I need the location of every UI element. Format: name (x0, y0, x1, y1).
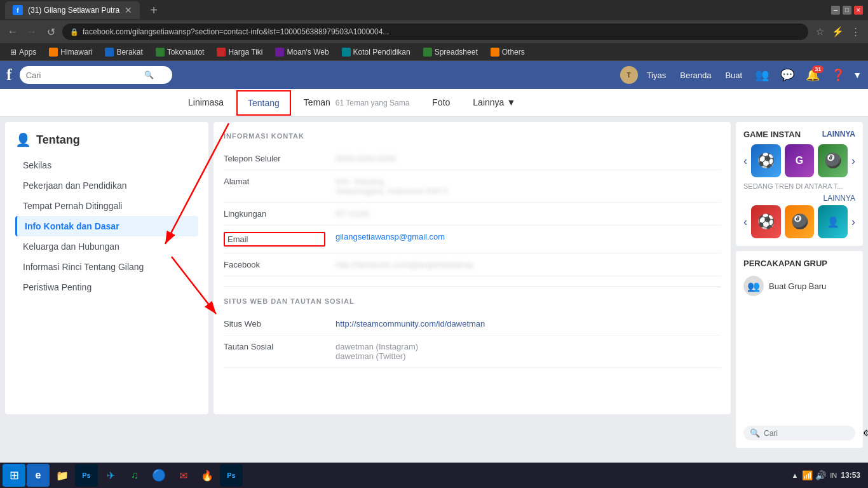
sidebar-item-info-kontak[interactable]: Info Kontak dan Dasar (15, 216, 198, 236)
facebook-search-box[interactable]: 🔍 (20, 66, 172, 84)
about-content: INFORMASI KONTAK Telepon Seluler 0000-03… (214, 122, 731, 414)
bookmark-label: Berakat (116, 48, 142, 57)
system-tray-expand[interactable]: ▲ (791, 471, 798, 479)
facebook-nav: T Tiyas Beranda Buat 👥 💬 🔔 31 ❓ ▼ (620, 66, 862, 84)
browser-titlebar: f (31) Gilang Setiawan Putra ✕ + ─ □ ✕ (0, 0, 868, 20)
menu-icon[interactable]: ⋮ (848, 26, 863, 37)
facebook-logo: f (6, 65, 12, 85)
taskbar-photoshop[interactable]: Ps (75, 464, 98, 487)
chat-settings-icon[interactable]: ⚙ (863, 428, 868, 438)
taskbar-ie[interactable]: e (27, 464, 50, 487)
back-button[interactable]: ← (5, 26, 20, 37)
taskbar-photoshop2[interactable]: Ps (220, 464, 243, 487)
bookmark-hargatiki[interactable]: Harga Tiki (212, 46, 268, 58)
game-lainnya-link[interactable]: LAINNYA (822, 130, 855, 139)
sidebar-item-peristiwa[interactable]: Peristiwa Penting (15, 277, 198, 297)
bookmark-kotolpendidikan[interactable]: Kotol Pendidikan (337, 46, 416, 58)
email-value: gilangsetiawansp@gmail.com (336, 232, 721, 241)
trending-item-3[interactable]: 👤 (818, 205, 848, 238)
bookmark-berakat[interactable]: Berakat (100, 46, 147, 58)
social-title: SITUS WEB DAN TAUTAN SOSIAL (224, 297, 721, 305)
email-row: Email gilangsetiawansp@gmail.com (224, 226, 721, 254)
bookmark-others[interactable]: Others (485, 46, 530, 58)
address-row: Alamat Info. SawangSekarnegara, Indonesi… (224, 170, 721, 203)
sidebar-item-informasi-rinci[interactable]: Informasi Rinci Tentang Gilang (15, 257, 198, 277)
taskbar-app1[interactable]: 🔥 (196, 464, 219, 487)
user-name-nav[interactable]: Tiyas (642, 68, 672, 83)
taskbar-telegram[interactable]: ✈ (99, 464, 122, 487)
beranda-nav[interactable]: Beranda (675, 68, 716, 83)
address-label: Alamat (224, 177, 325, 186)
tab-close-button[interactable]: ✕ (125, 5, 132, 15)
apps-grid-icon: ⊞ (10, 48, 17, 57)
taskbar-time[interactable]: 13:53 (841, 471, 860, 480)
start-button[interactable]: ⊞ (3, 464, 25, 487)
forward-button[interactable]: → (24, 26, 39, 37)
game-next-button[interactable]: › (851, 154, 855, 168)
notifications-icon[interactable]: 🔔 31 (802, 68, 824, 82)
chat-section: PERCAKAPAN GRUP 👥 Buat Grup Baru 🔍 ⚙ ✏ 👤 (736, 251, 863, 448)
create-group-item[interactable]: 👥 Buat Grup Baru (743, 273, 855, 299)
buat-text: Buat (725, 71, 742, 80)
bookmark-himawari[interactable]: Himawari (44, 46, 97, 58)
search-input[interactable] (26, 71, 140, 80)
trending-next-button[interactable]: › (851, 215, 855, 229)
sidebar-item-sekilas[interactable]: Sekilas (15, 155, 198, 175)
bookmark-spreadsheet[interactable]: Spreadsheet (418, 46, 483, 58)
trending-prev-button[interactable]: ‹ (743, 215, 747, 229)
tab-tentang[interactable]: Tentang (236, 90, 291, 116)
taskbar-chrome[interactable]: 🔵 (147, 464, 170, 487)
network-icon[interactable]: 📶 (802, 470, 813, 480)
bookmarks-bar: ⊞ Apps Himawari Berakat Tokonautot Harga… (0, 43, 868, 61)
user-avatar[interactable]: T (620, 66, 638, 84)
account-dropdown-button[interactable]: ▼ (853, 70, 862, 80)
game-item-2[interactable]: G (785, 144, 815, 177)
sidebar-item-keluarga[interactable]: Keluarga dan Hubungan (15, 236, 198, 257)
trending-lainnya-link[interactable]: LAINNYA (743, 194, 855, 203)
website-label: Situs Web (224, 319, 325, 329)
bookmark-tokonautot[interactable]: Tokonautot (151, 46, 210, 58)
game-prev-button[interactable]: ‹ (743, 154, 747, 168)
game-item-1[interactable]: ⚽ (751, 144, 781, 177)
trending-item-1[interactable]: ⚽ (751, 205, 781, 238)
refresh-button[interactable]: ↺ (43, 26, 58, 38)
section-divider (224, 287, 721, 287)
extensions-icon[interactable]: ⚡ (830, 26, 845, 37)
taskbar: ⊞ e 📁 Ps ✈ ♫ 🔵 ✉ 🔥 Ps ▲ 📶 🔊 IN 13:53 (0, 463, 868, 488)
tab-lainnya[interactable]: Lainnya ▼ (463, 91, 526, 115)
help-icon[interactable]: ❓ (827, 68, 849, 82)
search-icon: 🔍 (144, 71, 154, 79)
sidebar-item-pekerjaan[interactable]: Pekerjaan dan Pendidikan (15, 175, 198, 196)
tab-foto[interactable]: Foto (422, 91, 460, 115)
chat-section-title: PERCAKAPAN GRUP (743, 259, 855, 268)
address-bar[interactable]: 🔒 facebook.com/gilangsetiawansp?section=… (62, 24, 808, 40)
tab-teman[interactable]: Teman 61 Teman yang Sama (294, 91, 419, 115)
taskbar-spotify[interactable]: ♫ (123, 464, 146, 487)
apps-bookmark[interactable]: ⊞ Apps (5, 46, 41, 58)
friends-icon[interactable]: 👥 (751, 68, 773, 82)
taskbar-gmail[interactable]: ✉ (172, 464, 194, 487)
star-icon[interactable]: ☆ (812, 26, 827, 37)
bookmark-label: Tokonautot (167, 48, 205, 57)
bookmark-moansweb[interactable]: Moan's Web (270, 46, 334, 58)
maximize-button[interactable]: □ (843, 6, 851, 15)
close-button[interactable]: ✕ (854, 6, 863, 15)
minimize-button[interactable]: ─ (831, 6, 840, 15)
trending-item-2[interactable]: 🎱 (785, 205, 815, 238)
buat-nav[interactable]: Buat (720, 68, 747, 83)
tab-linimasa-label: Linimasa (188, 97, 224, 107)
messages-icon[interactable]: 💬 (776, 68, 798, 82)
chat-search-input[interactable] (764, 429, 859, 438)
bookmark-label: Harga Tiki (228, 48, 262, 57)
sidebar-item-tempat[interactable]: Tempat Pernah Ditinggali (15, 196, 198, 216)
chat-search-bar[interactable]: 🔍 ⚙ ✏ 👤 (743, 426, 855, 440)
volume-icon[interactable]: 🔊 (815, 470, 826, 480)
taskbar-file-manager[interactable]: 📁 (51, 464, 74, 487)
browser-tab[interactable]: f (31) Gilang Setiawan Putra ✕ (5, 1, 140, 19)
tab-linimasa[interactable]: Linimasa (178, 91, 234, 115)
game-section: GAME INSTAN LAINNYA ‹ ⚽ G 🎱 › SEDANG TRE… (736, 122, 863, 246)
bookmark-favicon (217, 48, 226, 57)
game-item-3[interactable]: 🎱 (818, 144, 848, 177)
new-tab-button[interactable]: + (145, 1, 163, 19)
bookmark-label: Kotol Pendidikan (353, 48, 410, 57)
